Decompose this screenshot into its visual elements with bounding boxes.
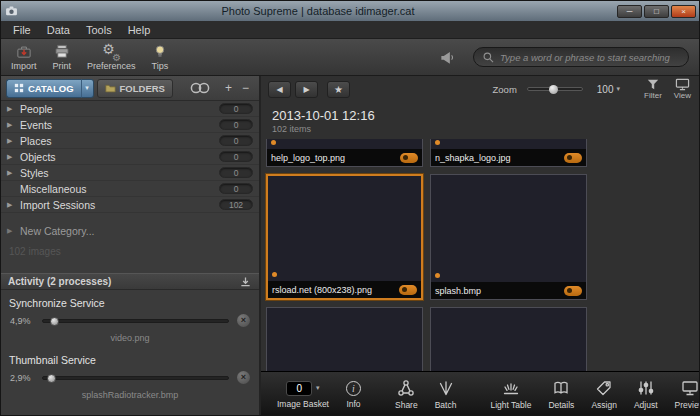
tree-item-label: Styles	[20, 167, 49, 179]
new-category-arrow-icon: ▶	[7, 227, 15, 235]
tree-item-label: Miscellaneous	[20, 183, 87, 195]
count-badge: 0	[219, 183, 253, 194]
print-icon	[53, 43, 71, 60]
status-dot-icon	[435, 273, 440, 278]
group-header-date: 2013-10-01 12:16	[261, 101, 699, 123]
content-controls: ◀ ▶ ★ Zoom 100 ▾ Filter	[261, 76, 699, 101]
batch-icon	[437, 379, 455, 397]
tree-item-styles[interactable]: ▶ Styles 0	[1, 165, 259, 181]
remove-button[interactable]: −	[237, 80, 254, 97]
catalog-dropdown-icon[interactable]: ▾	[81, 79, 94, 98]
expand-icon[interactable]: ▶	[7, 169, 15, 177]
forward-button[interactable]: ▶	[295, 81, 318, 98]
tree-item-label: Events	[20, 119, 52, 131]
menubar: File Data Tools Help	[1, 21, 699, 39]
preferences-button[interactable]: ⚙⚙ Preferences	[87, 43, 136, 71]
new-category-label: New Category...	[20, 225, 95, 237]
tab-catalog-label: CATALOG	[28, 83, 74, 94]
preferences-label: Preferences	[87, 61, 136, 71]
progress-bar	[42, 319, 229, 323]
add-button[interactable]: +	[220, 80, 237, 97]
preview-button[interactable]: Preview	[675, 379, 699, 410]
share-label: Share	[395, 400, 418, 410]
cancel-process-button[interactable]: ×	[237, 314, 250, 327]
basket-label: Image Basket	[277, 399, 329, 409]
search-input[interactable]	[500, 52, 680, 63]
version-badge-icon[interactable]	[564, 153, 582, 163]
version-badge-icon[interactable]	[400, 153, 418, 163]
version-badge-icon[interactable]	[399, 285, 417, 295]
minimize-button[interactable]: ─	[617, 5, 642, 18]
print-label: Print	[53, 61, 72, 71]
search-box	[473, 47, 689, 67]
zoom-value: 100	[597, 84, 614, 95]
content-area: ◀ ▶ ★ Zoom 100 ▾ Filter	[261, 76, 699, 416]
basket-dropdown-icon[interactable]: ▾	[316, 384, 320, 392]
tree-item-miscellaneous[interactable]: Miscellaneous 0	[1, 181, 259, 197]
favorites-button[interactable]: ★	[327, 81, 350, 98]
cancel-process-button[interactable]: ×	[237, 371, 250, 384]
adjust-button[interactable]: Adjust	[634, 379, 658, 410]
share-button[interactable]: Share	[395, 379, 418, 410]
thumbnail-splash[interactable]: splash.bmp	[430, 174, 587, 300]
maximize-button[interactable]: □	[644, 5, 669, 18]
count-badge: 0	[219, 151, 253, 162]
process-percent: 2,9%	[10, 373, 34, 383]
process-synchronize-service: Synchronize Service 4,9% × video.png	[1, 290, 259, 347]
process-percent: 4,9%	[10, 316, 34, 326]
expand-icon[interactable]: ▶	[7, 137, 15, 145]
tree-item-import-sessions[interactable]: ▶ Import Sessions 102	[1, 197, 259, 213]
view-button[interactable]: View	[674, 78, 691, 100]
zoom-slider[interactable]	[527, 87, 583, 91]
version-badge-icon[interactable]	[564, 286, 582, 296]
assign-button[interactable]: Assign	[591, 379, 617, 410]
zoom-slider-thumb[interactable]	[549, 85, 558, 94]
zoom-label: Zoom	[493, 84, 517, 95]
close-button[interactable]: ×	[671, 5, 696, 18]
expand-icon[interactable]: ▶	[7, 105, 15, 113]
thumbnail-rsload-selected[interactable]: rsload.net (800x238).png	[266, 174, 423, 300]
share-icon	[397, 379, 415, 397]
expand-icon[interactable]: ▶	[7, 153, 15, 161]
filter-button[interactable]: Filter	[644, 78, 662, 100]
print-button[interactable]: Print	[53, 43, 72, 71]
binoculars-icon[interactable]	[189, 81, 211, 95]
window-title: Photo Supreme | database idimager.cat	[23, 5, 613, 17]
image-basket-button[interactable]: 0 ▾ Image Basket	[277, 381, 329, 409]
tree-item-events[interactable]: ▶ Events 0	[1, 117, 259, 133]
count-badge: 102	[219, 199, 253, 210]
thumbnail-shapka-logo[interactable]: n_shapka_logo.jpg	[430, 139, 587, 167]
basket-count: 0	[286, 381, 312, 396]
expand-icon[interactable]: ▶	[7, 201, 15, 209]
batch-button[interactable]: Batch	[435, 379, 457, 410]
menu-data[interactable]: Data	[39, 24, 78, 36]
thumbnail-label-bar: n_shapka_logo.jpg	[431, 149, 586, 166]
menu-help[interactable]: Help	[120, 24, 159, 36]
zoom-dropdown-icon[interactable]: ▾	[617, 85, 621, 93]
tree-item-people[interactable]: ▶ People 0	[1, 101, 259, 117]
menu-file[interactable]: File	[5, 24, 39, 36]
menu-tools[interactable]: Tools	[78, 24, 120, 36]
import-button[interactable]: Import	[11, 43, 37, 71]
info-button[interactable]: i Info	[346, 381, 361, 409]
dock-panel-icon[interactable]	[239, 276, 252, 288]
import-label: Import	[11, 61, 37, 71]
zoom-value-dropdown[interactable]: 100 ▾	[597, 84, 620, 95]
back-button[interactable]: ◀	[268, 81, 291, 98]
process-thumbnail-service: Thumbnail Service 2,9% × splashRadiotrac…	[1, 347, 259, 404]
tree-item-objects[interactable]: ▶ Objects 0	[1, 149, 259, 165]
thumbnail-help-logo[interactable]: help_logo_top.png	[266, 139, 423, 167]
count-badge: 0	[219, 167, 253, 178]
activity-header: Activity (2 processes)	[1, 273, 259, 290]
tab-folders[interactable]: FOLDERS	[97, 79, 173, 98]
info-icon: i	[346, 381, 361, 396]
details-button[interactable]: Details	[548, 379, 574, 410]
tree-item-places[interactable]: ▶ Places 0	[1, 133, 259, 149]
tips-button[interactable]: Tips	[152, 43, 169, 71]
light-table-button[interactable]: Light Table	[490, 379, 531, 410]
folder-icon	[105, 83, 116, 93]
expand-icon[interactable]: ▶	[7, 121, 15, 129]
new-category-link[interactable]: ▶ New Category...	[1, 225, 259, 237]
megaphone-icon[interactable]	[438, 49, 457, 66]
tab-catalog[interactable]: CATALOG	[6, 79, 81, 98]
